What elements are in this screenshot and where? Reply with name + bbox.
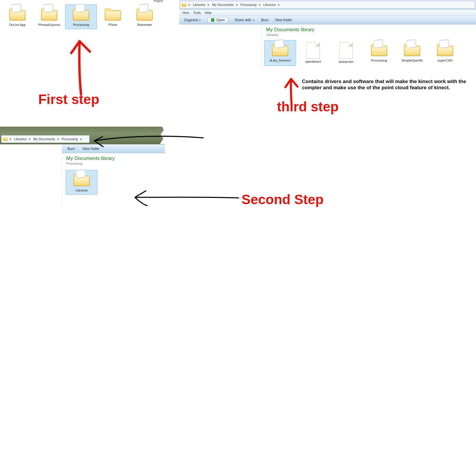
crumb-processing[interactable]: Processing bbox=[240, 3, 257, 6]
burn-button[interactable]: Burn bbox=[67, 147, 75, 151]
library-subtitle: Libraries bbox=[266, 33, 472, 37]
new-folder-button[interactable]: New folder bbox=[275, 18, 292, 22]
folder-item-phraseexpress[interactable]: PhraseExpress bbox=[33, 4, 65, 29]
library-subtitle: Processing bbox=[66, 162, 161, 165]
folder-label: dLibs_freenect bbox=[270, 59, 291, 62]
crumb-libraries2[interactable]: Libraries bbox=[263, 3, 276, 6]
folder-icon bbox=[72, 172, 91, 187]
file-icon bbox=[306, 42, 320, 59]
folder-label: SimpleOpenNI bbox=[401, 59, 423, 62]
crumb-mydocuments[interactable]: My Documents bbox=[211, 3, 234, 6]
folder-item-onlive-app[interactable]: OnLive App bbox=[1, 4, 33, 29]
arrow-third-step bbox=[281, 76, 305, 108]
chevron-right-icon: ▶ bbox=[9, 138, 13, 141]
arrow-first-step bbox=[65, 35, 100, 97]
file-icon bbox=[339, 42, 353, 59]
chevron-right-icon: ▶ bbox=[235, 3, 239, 6]
folder-item-libraries[interactable]: Libraries bbox=[66, 170, 97, 195]
toolbar: Burn New folder bbox=[62, 144, 165, 153]
folder-grid: Libraries bbox=[62, 167, 165, 198]
menu-view[interactable]: View bbox=[182, 11, 189, 14]
annotation-third-step: third step bbox=[277, 99, 339, 115]
burn-button[interactable]: Burn bbox=[261, 18, 269, 22]
folder-label: openkinect bbox=[305, 60, 321, 63]
folder-label: superCAD bbox=[438, 59, 453, 62]
folder-item-dlibs-freenect[interactable]: dLibs_freenect bbox=[264, 40, 296, 66]
folder-label: PSext bbox=[108, 23, 117, 27]
menu-bar: View Tools Help bbox=[179, 10, 476, 16]
open-button[interactable]: Open bbox=[208, 17, 228, 23]
menu-tools[interactable]: Tools bbox=[193, 11, 201, 14]
chevron-right-icon: ▶ bbox=[56, 138, 61, 141]
folder-icon bbox=[72, 6, 90, 22]
window-titlebar: ▶ Libraries ▶ My Documents ▶ Processing … bbox=[0, 127, 165, 144]
folder-label: OnLive App bbox=[9, 23, 26, 27]
folder-label: Processing bbox=[73, 23, 89, 27]
address-bar-wrap: ▶ Libraries ▶ My Documents ▶ Processing … bbox=[179, 0, 476, 10]
library-title: My Documents library bbox=[266, 27, 472, 33]
folder-item-processing[interactable]: Processing bbox=[65, 4, 97, 29]
folder-icon bbox=[370, 42, 388, 57]
folder-item-peasycam[interactable]: peasycam bbox=[330, 40, 362, 66]
panel-first-step: Project OnLive AppPhraseExpressProcessin… bbox=[1, 0, 165, 38]
folder-item-rainmeter[interactable]: Rainmeter bbox=[129, 4, 161, 29]
chevron-right-icon: ▶ bbox=[258, 3, 262, 6]
annotation-first-step: First step bbox=[38, 91, 99, 107]
annotation-second-step: Second Step bbox=[242, 191, 324, 207]
crumb-mydocuments[interactable]: My Documents bbox=[33, 137, 55, 141]
folder-item-processing[interactable]: Processing bbox=[363, 40, 395, 66]
crumb-libraries[interactable]: Libraries bbox=[14, 137, 27, 141]
folder-icon bbox=[104, 6, 122, 22]
folder-icon bbox=[436, 42, 454, 57]
folder-icon bbox=[3, 137, 8, 141]
partial-folder-label: Project bbox=[154, 0, 163, 3]
folder-grid: dLibs_freenectopenkinectpeasycamProcessi… bbox=[262, 38, 476, 69]
panel-second-step: ▶ Libraries ▶ My Documents ▶ Processing … bbox=[0, 127, 165, 206]
folder-icon bbox=[8, 6, 27, 22]
folder-icon bbox=[271, 42, 289, 57]
breadcrumb[interactable]: ▶ Libraries ▶ My Documents ▶ Processing … bbox=[1, 135, 90, 143]
crumb-libraries[interactable]: Libraries bbox=[192, 3, 206, 6]
library-header: My Documents library Processing bbox=[62, 153, 165, 167]
new-folder-button[interactable]: New folder bbox=[82, 147, 99, 151]
folder-label: Processing bbox=[371, 59, 387, 62]
chevron-right-icon: ▶ bbox=[79, 138, 83, 141]
folder-label: peasycam bbox=[339, 60, 353, 63]
torn-edge-decoration bbox=[159, 127, 167, 144]
open-icon bbox=[211, 18, 214, 22]
folder-item-supercad[interactable]: superCAD bbox=[429, 40, 461, 66]
annotation-description: Contains drivers and software that will … bbox=[302, 78, 470, 91]
share-with-button[interactable]: Share with ▼ bbox=[234, 18, 255, 22]
folder-item-psext[interactable]: PSext bbox=[97, 4, 129, 29]
folder-label: Libraries bbox=[75, 189, 88, 192]
menu-help[interactable]: Help bbox=[205, 11, 211, 14]
folder-icon bbox=[40, 6, 58, 22]
folder-label: Rainmeter bbox=[137, 23, 152, 27]
folder-label: PhraseExpress bbox=[38, 23, 60, 27]
library-header: My Documents library Libraries bbox=[262, 24, 476, 38]
folder-icon bbox=[135, 6, 154, 22]
panel-third-step: ▶ Libraries ▶ My Documents ▶ Processing … bbox=[179, 0, 476, 69]
library-title: My Documents library bbox=[66, 156, 161, 161]
folder-item-simpleopenni[interactable]: SimpleOpenNI bbox=[396, 40, 428, 66]
folder-icon bbox=[403, 42, 421, 57]
organize-button[interactable]: Organize▼ bbox=[184, 18, 201, 22]
folder-icon bbox=[181, 2, 187, 7]
breadcrumb[interactable]: ▶ Libraries ▶ My Documents ▶ Processing … bbox=[180, 1, 475, 9]
folder-item-openkinect[interactable]: openkinect bbox=[297, 40, 329, 66]
toolbar: Organize▼ Open Share with ▼ Burn New fol… bbox=[179, 16, 476, 24]
chevron-right-icon: ▶ bbox=[28, 138, 32, 141]
chevron-right-icon: ▶ bbox=[187, 3, 192, 6]
chevron-right-icon: ▶ bbox=[206, 3, 211, 6]
crumb-processing[interactable]: Processing bbox=[61, 137, 78, 141]
chevron-right-icon: ▶ bbox=[277, 3, 281, 6]
